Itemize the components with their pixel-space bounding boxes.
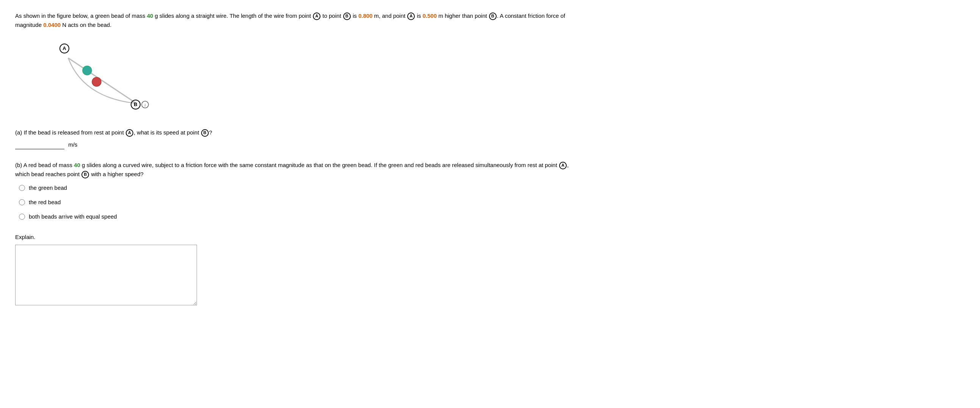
intro-text-mid5: m higher than point (437, 13, 489, 19)
point-a-label-intro2: A (407, 13, 415, 20)
part-a-text3: ? (209, 129, 212, 135)
radio-equal-speed[interactable] (19, 214, 25, 220)
part-a-units: m/s (68, 141, 77, 148)
intro-text-mid1: to point (321, 13, 343, 19)
figure-svg: A B i (38, 37, 159, 121)
option-red-bead[interactable]: the red bead (19, 198, 583, 207)
intro-text-mid4: is (415, 13, 422, 19)
part-a-question: (a) If the bead is released from rest at… (15, 128, 965, 137)
point-b-text: B (134, 102, 137, 107)
part-b-text: A red bead of mass (22, 162, 74, 168)
radio-red-bead[interactable] (19, 199, 25, 205)
option-equal-speed[interactable]: both beads arrive with equal speed (19, 212, 583, 221)
part-b-point-b: B (81, 171, 89, 178)
point-a-label-intro1: A (313, 13, 320, 20)
green-bead (83, 66, 92, 75)
red-bead (92, 77, 101, 86)
part-b-section: (b) A red bead of mass 40 g slides along… (15, 161, 583, 221)
figure: A B i (38, 37, 159, 121)
intro-text-units: N acts on the bead. (60, 22, 111, 28)
point-a-text: A (62, 45, 66, 51)
part-b-question: (b) A red bead of mass 40 g slides along… (15, 161, 583, 179)
intro-text-mid2: is (351, 13, 358, 19)
radio-options-group: the green bead the red bead both beads a… (19, 183, 583, 221)
part-b-point-a: A (559, 162, 567, 169)
part-b-text4: with a higher speed? (89, 171, 143, 177)
point-b-label-intro2: B (489, 13, 496, 20)
intro-text-mid3: m, and point (372, 13, 407, 19)
explain-label: Explain. (15, 233, 965, 242)
explain-textarea[interactable] (15, 245, 197, 305)
intro-length: 0.800 (358, 13, 373, 19)
explain-section: Explain. (15, 233, 965, 305)
option-green-bead-label: the green bead (29, 183, 67, 193)
part-a-section: (a) If the bead is released from rest at… (15, 128, 965, 149)
part-a-answer-row: m/s (15, 140, 965, 149)
intro-paragraph: As shown in the figure below, a green be… (15, 11, 583, 30)
option-green-bead[interactable]: the green bead (19, 183, 583, 193)
part-a-point-a: A (126, 129, 134, 137)
wire-straight (68, 58, 136, 104)
option-red-bead-label: the red bead (29, 198, 60, 207)
option-equal-speed-label: both beads arrive with equal speed (29, 212, 117, 221)
intro-friction: 0.0400 (43, 22, 60, 28)
part-a-point-b: B (201, 129, 209, 137)
part-b-label: (b) (15, 162, 22, 168)
point-b-label-intro1: B (343, 13, 351, 20)
radio-green-bead[interactable] (19, 185, 25, 191)
part-a-text2: , what is its speed at point (134, 129, 201, 135)
intro-mass: 40 (147, 13, 153, 19)
part-a-label: (a) (15, 129, 22, 135)
intro-height: 0.500 (423, 13, 437, 19)
part-b-text2: g slides along a curved wire, subject to… (80, 162, 559, 168)
part-a-answer-input[interactable] (15, 142, 64, 149)
intro-text-after-mass: g slides along a straight wire. The leng… (153, 13, 312, 19)
part-b-mass: 40 (74, 162, 80, 168)
part-a-text: If the bead is released from rest at poi… (22, 129, 126, 135)
intro-text-before-mass: As shown in the figure below, a green be… (15, 13, 147, 19)
info-icon-text: i (144, 103, 145, 107)
